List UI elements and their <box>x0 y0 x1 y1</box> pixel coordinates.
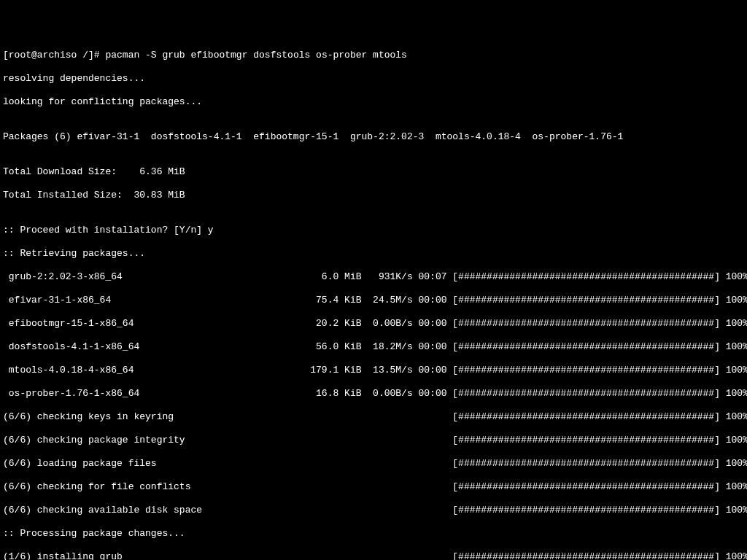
shell-prompt: [root@archiso /]# <box>3 50 105 61</box>
terminal-line: grub-2:2.02-3-x86_64 6.0 MiB 931K/s 00:0… <box>3 271 744 283</box>
terminal-line: efivar-31-1-x86_64 75.4 KiB 24.5M/s 00:0… <box>3 295 744 306</box>
command-text: pacman -S grub efibootmgr dosfstools os-… <box>105 50 406 61</box>
terminal-line: (6/6) checking package integrity [######… <box>3 435 744 446</box>
terminal-line: (6/6) checking keys in keyring [########… <box>3 411 744 423</box>
terminal-line: [root@archiso /]# pacman -S grub efiboot… <box>3 50 744 61</box>
terminal-line: Packages (6) efivar-31-1 dosfstools-4.1-… <box>3 131 744 143</box>
terminal-line: mtools-4.0.18-4-x86_64 179.1 KiB 13.5M/s… <box>3 365 744 376</box>
terminal-line: :: Proceed with installation? [Y/n] y <box>3 225 744 236</box>
terminal-line: (6/6) checking available disk space [###… <box>3 505 744 516</box>
terminal-line: :: Retrieving packages... <box>3 248 744 260</box>
terminal-line: os-prober-1.76-1-x86_64 16.8 KiB 0.00B/s… <box>3 388 744 400</box>
terminal-line: efibootmgr-15-1-x86_64 20.2 KiB 0.00B/s … <box>3 318 744 330</box>
terminal-line: Total Installed Size: 30.83 MiB <box>3 190 744 201</box>
terminal-line: (1/6) installing grub [#################… <box>3 551 744 560</box>
terminal-line: :: Processing package changes... <box>3 528 744 540</box>
terminal-line: dosfstools-4.1-1-x86_64 56.0 KiB 18.2M/s… <box>3 341 744 353</box>
terminal-line: resolving dependencies... <box>3 73 744 85</box>
terminal-line: (6/6) checking for file conflicts [#####… <box>3 481 744 493</box>
terminal-line: looking for conflicting packages... <box>3 96 744 108</box>
terminal-line: (6/6) loading package files [###########… <box>3 458 744 470</box>
terminal-line: Total Download Size: 6.36 MiB <box>3 166 744 178</box>
